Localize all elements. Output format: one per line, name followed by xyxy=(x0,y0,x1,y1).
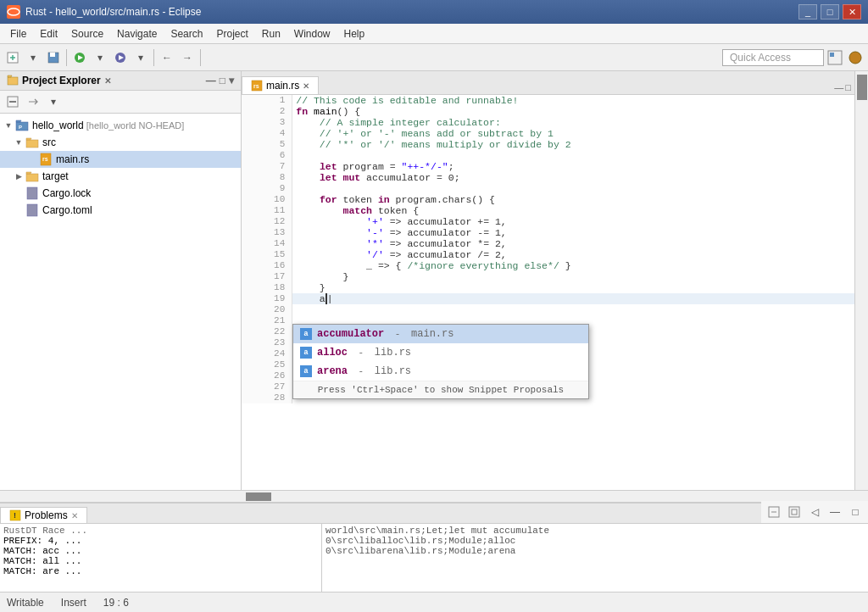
bottom-left-line-3: MATCH: acc ... xyxy=(3,546,318,556)
menu-run[interactable]: Run xyxy=(255,26,287,42)
toolbar-debug[interactable] xyxy=(111,48,130,67)
project-explorer-panel: Project Explorer ✕ — □ ▾ ▾ ▼ xyxy=(0,71,242,490)
tab-problems[interactable]: ! Problems ✕ xyxy=(0,507,87,523)
svg-marker-19 xyxy=(16,120,21,122)
link-with-editor-btn[interactable] xyxy=(24,92,42,111)
menu-navigate[interactable]: Navigate xyxy=(110,26,164,42)
cargo-lock-icon xyxy=(25,186,39,200)
svg-rect-25 xyxy=(26,174,38,181)
code-line-7: 7 let program = "++-*/-"; xyxy=(242,161,854,172)
editor-scrollbar[interactable] xyxy=(854,71,868,490)
bottom-minimize-btn[interactable]: — xyxy=(826,503,844,521)
toolbar-run-dropdown[interactable]: ▾ xyxy=(91,48,109,67)
ac-name-accumulator: accumulator xyxy=(317,328,384,340)
menu-file[interactable]: File xyxy=(3,26,33,42)
menu-project[interactable]: Project xyxy=(209,26,254,42)
tree-item-cargo-lock[interactable]: Cargo.lock xyxy=(0,185,241,202)
ac-icon-accumulator: a xyxy=(300,328,312,340)
code-editor[interactable]: 1 // This code is editable and runnable!… xyxy=(242,95,854,490)
editor-area: rs main.rs ✕ — □ 1 // This code is edita… xyxy=(242,71,854,490)
code-line-13: 13 '-' => accumulator -= 1, xyxy=(242,227,854,238)
svg-rect-14 xyxy=(8,77,18,85)
tree-item-main-rs[interactable]: rs main.rs xyxy=(0,151,241,168)
rs-file-icon: rs xyxy=(39,153,53,166)
menu-search[interactable]: Search xyxy=(164,26,209,42)
svg-rect-36 xyxy=(792,509,797,515)
toolbar-run[interactable] xyxy=(70,48,89,67)
ac-icon-arena: a xyxy=(300,365,312,377)
ac-separator-1: - xyxy=(389,329,406,339)
minimize-button[interactable]: _ xyxy=(798,4,817,19)
tree-item-target[interactable]: ▶ target xyxy=(0,168,241,185)
cargo-toml-label: Cargo.toml xyxy=(42,204,92,216)
bottom-panel: ! Problems ✕ ◁ — □ RustDT Race ... PREFI… xyxy=(0,502,868,604)
code-line-4: 4 // '+' or '-' means add or subtract by… xyxy=(242,128,854,139)
tree-item-src[interactable]: ▼ src xyxy=(0,134,241,151)
code-line-20: 20 xyxy=(242,304,854,315)
toolbar-perspective[interactable] xyxy=(826,48,844,67)
tab-close-btn[interactable]: ✕ xyxy=(303,81,309,91)
target-label: target xyxy=(42,170,69,182)
ac-icon-alloc: a xyxy=(300,347,312,359)
menu-source[interactable]: Source xyxy=(64,26,110,42)
tree-item-project[interactable]: ▼ P hello_world [hello_world NO-HEAD] xyxy=(0,117,241,134)
expand-arrow-target[interactable]: ▶ xyxy=(14,171,24,181)
expand-arrow-project[interactable]: ▼ xyxy=(3,120,14,131)
horizontal-scrollbar[interactable] xyxy=(0,490,868,502)
status-writable: Writable xyxy=(7,597,44,609)
title-bar-controls[interactable]: _ □ ✕ xyxy=(798,4,861,19)
svg-point-13 xyxy=(849,52,861,64)
close-button[interactable]: ✕ xyxy=(843,4,861,19)
toolbar-save[interactable] xyxy=(44,48,63,67)
window-title: Rust - hello_world/src/main.rs - Eclipse xyxy=(25,6,201,18)
toolbar-new[interactable] xyxy=(3,48,22,67)
bottom-btn-2[interactable] xyxy=(785,503,804,521)
ac-source-arena: lib.rs xyxy=(375,365,411,377)
problems-tab-close[interactable]: ✕ xyxy=(71,511,78,520)
ac-item-accumulator[interactable]: a accumulator - main.rs xyxy=(293,325,588,343)
svg-point-0 xyxy=(8,6,19,18)
quick-access-input[interactable]: Quick Access xyxy=(722,49,824,66)
code-line-5: 5 // '*' or '/' means multiply or divide… xyxy=(242,139,854,150)
editor-panel-controls[interactable]: — □ xyxy=(831,81,854,94)
explorer-header-buttons[interactable]: — □ ▾ xyxy=(206,75,234,86)
svg-rect-27 xyxy=(27,187,37,199)
code-line-6: 6 xyxy=(242,150,854,161)
tree-item-cargo-toml[interactable]: Cargo.toml xyxy=(0,202,241,219)
svg-marker-26 xyxy=(26,172,31,174)
menu-edit[interactable]: Edit xyxy=(33,26,64,42)
bottom-tab-bar: ! Problems ✕ ◁ — □ xyxy=(0,504,868,524)
menu-help[interactable]: Help xyxy=(337,26,372,42)
scrollbar-thumb[interactable] xyxy=(857,75,867,100)
expand-arrow-src[interactable]: ▼ xyxy=(14,137,24,147)
project-explorer-icon xyxy=(7,75,19,86)
maximize-explorer-btn[interactable]: □ xyxy=(220,75,225,86)
code-line-14: 14 '*' => accumulator *= 2, xyxy=(242,238,854,249)
status-bar: Writable Insert 19 : 6 xyxy=(0,592,868,612)
editor-minimize-btn[interactable]: — xyxy=(834,82,843,92)
bottom-btn-3[interactable]: ◁ xyxy=(805,503,824,521)
ac-source-alloc: lib.rs xyxy=(375,347,411,359)
explorer-view-menu[interactable]: ▾ xyxy=(44,92,63,111)
toolbar-forward[interactable]: → xyxy=(178,48,197,67)
ac-separator-3: - xyxy=(353,366,370,376)
toolbar-dropdown[interactable]: ▾ xyxy=(24,48,42,67)
maximize-button[interactable]: □ xyxy=(821,4,839,19)
bottom-right-line-3: 0\src\libarena\lib.rs;Module;arena xyxy=(326,546,865,556)
svg-marker-22 xyxy=(26,138,31,140)
ac-item-alloc[interactable]: a alloc - lib.rs xyxy=(293,343,588,362)
toolbar-debug-dropdown[interactable]: ▾ xyxy=(131,48,150,67)
minimize-explorer-btn[interactable]: — xyxy=(206,75,216,86)
bottom-left-line-5: MATCH: are ... xyxy=(3,566,318,576)
collapse-all-btn[interactable] xyxy=(3,92,22,111)
h-scrollbar-thumb[interactable] xyxy=(246,492,271,501)
toolbar-perspective2[interactable] xyxy=(846,48,865,67)
bottom-maximize-btn[interactable]: □ xyxy=(846,503,865,521)
menu-window[interactable]: Window xyxy=(287,26,337,42)
explorer-menu-btn[interactable]: ▾ xyxy=(229,75,234,86)
editor-tab-main-rs[interactable]: rs main.rs ✕ xyxy=(242,76,319,94)
ac-item-arena[interactable]: a arena - lib.rs xyxy=(293,362,588,381)
toolbar-back[interactable]: ← xyxy=(158,48,176,67)
editor-maximize-btn[interactable]: □ xyxy=(845,82,851,92)
bottom-btn-1[interactable] xyxy=(765,503,783,521)
